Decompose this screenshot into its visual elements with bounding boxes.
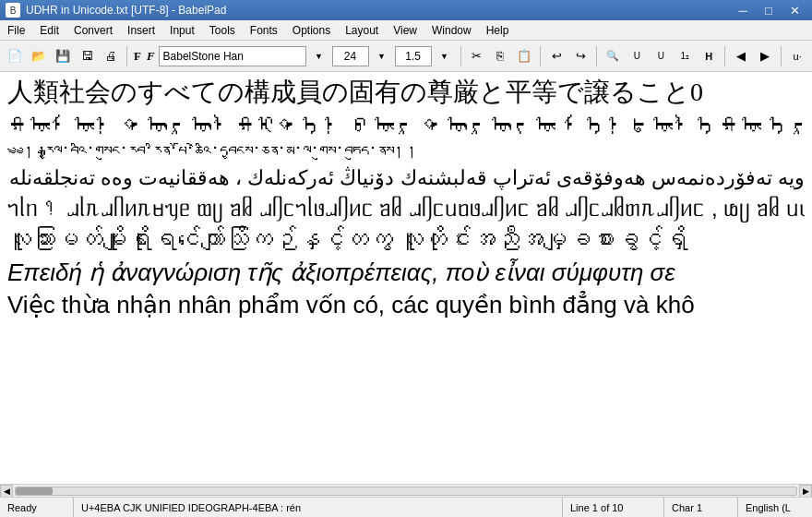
back-button[interactable]: ◀	[730, 44, 752, 68]
find-button[interactable]: 🔍	[602, 44, 624, 68]
text-line-3: ༄༅། །རྒྱལ་བའི་གསུང་རབ་རིན་པོ་ཆེའི་དབྱངས་…	[7, 142, 805, 163]
text-line-6: လူသားမြတ်မျိုးရိုးရင်ကျော်သိကြဉ်နှင့်တကွ…	[7, 224, 805, 256]
separator-4	[596, 46, 597, 66]
save-as-button[interactable]: 🖫	[76, 44, 98, 68]
app-icon: B	[6, 3, 20, 18]
font-size-input[interactable]	[332, 46, 369, 66]
menu-convert[interactable]: Convert	[66, 20, 120, 41]
h-button[interactable]: H	[698, 44, 720, 68]
menu-edit[interactable]: Edit	[32, 20, 66, 41]
paste-button[interactable]: 📋	[513, 44, 535, 68]
separator-1	[126, 46, 127, 66]
menu-insert[interactable]: Insert	[120, 20, 162, 41]
toolbar: 📄 📂 💾 🖫 🖨 F F ▼ ▼ ▼ ✂ ⎘ 📋 ↩ ↪ 🔍 U U 1₂ H…	[0, 41, 812, 72]
print-button[interactable]: 🖨	[100, 44, 122, 68]
status-line-info: Line 1 of 10	[563, 498, 664, 517]
status-unicode: U+4EBA CJK UNIFIED IDEOGRAPH-4EBA : rén	[74, 498, 563, 517]
menu-layout[interactable]: Layout	[338, 20, 386, 41]
save-button[interactable]: 💾	[52, 44, 74, 68]
forward-button[interactable]: ▶	[754, 44, 776, 68]
text-line-5: ᥐᥣᥒ᥄ ᥘᥣᥰᥘᥥᥢᥰᥛᥡᥱ ᥗᥩ ᥑᥤ ᥘᥦᥴᥐᥣᥳᥘᥦᥢᥴ ᥑᥤ ᥘᥦᥴᥙ…	[7, 194, 805, 222]
menu-fonts[interactable]: Fonts	[243, 20, 285, 41]
copy-button[interactable]: ⎘	[489, 44, 511, 68]
close-button[interactable]: ✕	[782, 2, 806, 18]
cut-button[interactable]: ✂	[465, 44, 487, 68]
scroll-left-button[interactable]: ◀	[0, 485, 13, 498]
separator-2	[460, 46, 461, 66]
menu-bar: File Edit Convert Insert Input Tools Fon…	[0, 20, 812, 41]
menu-tools[interactable]: Tools	[202, 20, 243, 41]
window-title: UDHR in Unicode.txt [UTF-8] - BabelPad	[26, 4, 226, 17]
text-content[interactable]: 人類社会のすべての構成員の固有の尊厳と平等で譲ること0 ᠬᠦᠮᠦᠨ ᠲᠥᠷᠥᠯᠬ…	[0, 72, 812, 484]
separator-3	[540, 46, 541, 66]
separator-5	[724, 46, 725, 66]
text-line-4: ﻭﯾﻪ ﺗﻪﻓﯚﺭﺩﻩﻧﻤﻪﺱ ﻫﻪﻭﻓﯚﻗﻪﯼ ﺋﻪﺗﺮﺍﭖ ﻗﻪﻟﺒﺸﻨﻪﻙ…	[7, 165, 805, 192]
bold-label: F	[132, 49, 143, 64]
text-area-wrapper: 人類社会のすべての構成員の固有の尊厳と平等で譲ること0 ᠬᠦᠮᠦᠨ ᠲᠥᠷᠥᠯᠬ…	[0, 72, 812, 484]
unicode2-button[interactable]: U	[650, 44, 672, 68]
h-scroll-track[interactable]	[15, 487, 797, 496]
menu-input[interactable]: Input	[162, 20, 202, 41]
menu-file[interactable]: File	[0, 20, 32, 41]
text-line-7: Επειδή ἡ ἀναγνώριση τῆς ἀξιοπρέπειας, πο…	[7, 258, 805, 289]
italic-label: F	[145, 49, 157, 64]
text-line-1: 人類社会のすべての構成員の固有の尊厳と平等で譲ること0	[7, 76, 805, 109]
menu-help[interactable]: Help	[479, 20, 517, 41]
num-button[interactable]: 1₂	[674, 44, 696, 68]
open-button[interactable]: 📂	[28, 44, 50, 68]
new-button[interactable]: 📄	[4, 44, 26, 68]
special-u-button[interactable]: u·	[786, 44, 808, 68]
font-size-dropdown-button[interactable]: ▼	[371, 44, 393, 68]
font-dropdown-button[interactable]: ▼	[308, 44, 330, 68]
status-lang-info: English (L	[738, 498, 812, 517]
title-bar: B UDHR in Unicode.txt [UTF-8] - BabelPad…	[0, 0, 812, 20]
minimize-button[interactable]: ─	[731, 2, 755, 18]
menu-window[interactable]: Window	[424, 20, 479, 41]
font-name-input[interactable]	[159, 46, 306, 66]
status-char-info: Char 1	[664, 498, 738, 517]
menu-options[interactable]: Options	[285, 20, 338, 41]
menu-view[interactable]: View	[386, 20, 424, 41]
maximize-button[interactable]: □	[757, 2, 781, 18]
undo-button[interactable]: ↩	[545, 44, 567, 68]
window-controls: ─ □ ✕	[731, 2, 806, 18]
unicode-button[interactable]: U	[626, 44, 648, 68]
redo-button[interactable]: ↪	[569, 44, 591, 68]
line-height-dropdown-button[interactable]: ▼	[434, 44, 456, 68]
text-line-2: ᠬᠦᠮᠦᠨ ᠲᠥᠷᠥᠯᠬᠢᠲᠡᠨ ᠪᠦᠷ ᠲᠥᠷᠥᠵᠦ ᠮᠡᠨᠳᠦᠯᠡᠬᠦ ᠡᠷ…	[7, 111, 805, 139]
status-ready: Ready	[0, 498, 74, 517]
line-height-input[interactable]	[395, 46, 432, 66]
scroll-right-button[interactable]: ▶	[799, 485, 812, 498]
title-bar-left: B UDHR in Unicode.txt [UTF-8] - BabelPad	[6, 3, 226, 18]
status-bar: Ready U+4EBA CJK UNIFIED IDEOGRAPH-4EBA …	[0, 497, 812, 517]
h-scrollbar[interactable]: ◀ ▶	[0, 484, 812, 497]
h-scroll-thumb[interactable]	[16, 487, 53, 495]
separator-6	[781, 46, 782, 66]
text-line-8: Việc thừa nhận nhân phẩm vốn có, các quy…	[7, 290, 805, 321]
